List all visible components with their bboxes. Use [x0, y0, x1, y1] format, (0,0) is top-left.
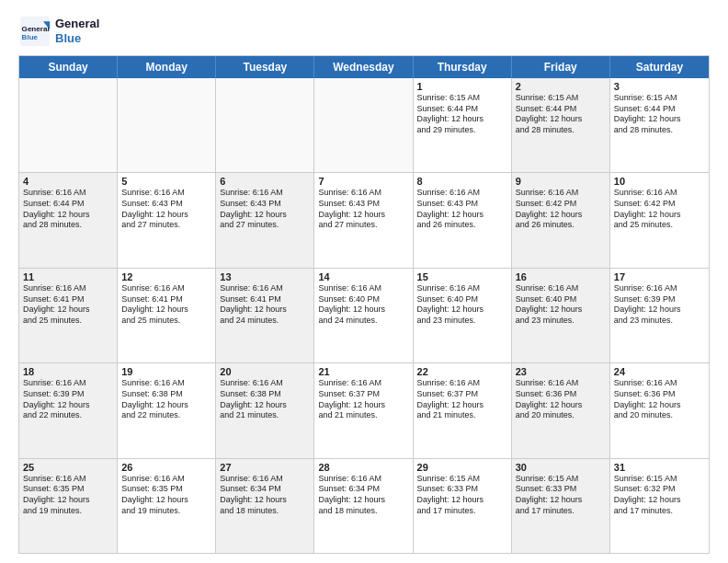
svg-text:General: General [22, 25, 50, 33]
header-day-saturday: Saturday [610, 56, 709, 78]
calendar-header: SundayMondayTuesdayWednesdayThursdayFrid… [19, 56, 709, 78]
day-number: 18 [23, 366, 113, 377]
calendar-row-4: 25Sunrise: 6:16 AM Sunset: 6:35 PM Dayli… [19, 459, 709, 553]
day-info: Sunrise: 6:16 AM Sunset: 6:34 PM Dayligh… [220, 474, 310, 517]
day-info: Sunrise: 6:16 AM Sunset: 6:37 PM Dayligh… [318, 378, 408, 421]
day-cell-29: 29Sunrise: 6:15 AM Sunset: 6:33 PM Dayli… [414, 459, 512, 553]
day-cell-24: 24Sunrise: 6:16 AM Sunset: 6:36 PM Dayli… [610, 363, 709, 457]
day-info: Sunrise: 6:16 AM Sunset: 6:34 PM Dayligh… [318, 474, 408, 517]
logo-icon: General Blue [18, 15, 51, 48]
header-day-wednesday: Wednesday [314, 56, 413, 78]
day-number: 11 [23, 271, 113, 282]
day-number: 16 [516, 271, 606, 282]
logo-text: General Blue [55, 17, 99, 45]
day-number: 12 [121, 271, 211, 282]
day-number: 25 [23, 462, 113, 473]
day-number: 2 [516, 81, 606, 92]
day-cell-5: 5Sunrise: 6:16 AM Sunset: 6:43 PM Daylig… [118, 173, 216, 267]
day-cell-21: 21Sunrise: 6:16 AM Sunset: 6:37 PM Dayli… [314, 363, 413, 457]
day-number: 30 [516, 462, 606, 473]
day-cell-23: 23Sunrise: 6:16 AM Sunset: 6:36 PM Dayli… [512, 363, 610, 457]
day-cell-8: 8Sunrise: 6:16 AM Sunset: 6:43 PM Daylig… [414, 173, 512, 267]
day-info: Sunrise: 6:16 AM Sunset: 6:38 PM Dayligh… [121, 378, 211, 421]
day-cell-11: 11Sunrise: 6:16 AM Sunset: 6:41 PM Dayli… [19, 269, 118, 362]
day-cell-15: 15Sunrise: 6:16 AM Sunset: 6:40 PM Dayli… [414, 269, 512, 362]
day-info: Sunrise: 6:16 AM Sunset: 6:36 PM Dayligh… [516, 378, 606, 421]
day-info: Sunrise: 6:16 AM Sunset: 6:35 PM Dayligh… [23, 474, 113, 517]
day-cell-16: 16Sunrise: 6:16 AM Sunset: 6:40 PM Dayli… [512, 269, 610, 362]
day-number: 3 [614, 81, 705, 92]
day-number: 26 [121, 462, 211, 473]
day-number: 24 [614, 366, 705, 377]
day-number: 15 [417, 271, 507, 282]
calendar-row-0: 1Sunrise: 6:15 AM Sunset: 6:44 PM Daylig… [19, 78, 709, 173]
day-number: 10 [614, 176, 705, 187]
day-info: Sunrise: 6:16 AM Sunset: 6:35 PM Dayligh… [121, 474, 211, 517]
day-number: 20 [220, 366, 310, 377]
calendar-row-1: 4Sunrise: 6:16 AM Sunset: 6:44 PM Daylig… [19, 173, 709, 268]
day-cell-14: 14Sunrise: 6:16 AM Sunset: 6:40 PM Dayli… [314, 269, 413, 362]
day-number: 17 [614, 271, 705, 282]
day-number: 14 [318, 271, 408, 282]
day-cell-3: 3Sunrise: 6:15 AM Sunset: 6:44 PM Daylig… [610, 78, 709, 172]
day-cell-2: 2Sunrise: 6:15 AM Sunset: 6:44 PM Daylig… [512, 78, 610, 172]
day-info: Sunrise: 6:16 AM Sunset: 6:41 PM Dayligh… [121, 283, 211, 327]
day-number: 31 [614, 462, 705, 473]
day-info: Sunrise: 6:16 AM Sunset: 6:40 PM Dayligh… [516, 283, 606, 327]
empty-cell [216, 78, 314, 172]
day-info: Sunrise: 6:16 AM Sunset: 6:43 PM Dayligh… [121, 188, 211, 231]
day-info: Sunrise: 6:15 AM Sunset: 6:32 PM Dayligh… [614, 474, 705, 517]
day-info: Sunrise: 6:15 AM Sunset: 6:44 PM Dayligh… [614, 93, 705, 136]
day-number: 1 [417, 81, 507, 92]
day-cell-18: 18Sunrise: 6:16 AM Sunset: 6:39 PM Dayli… [19, 363, 118, 457]
day-cell-28: 28Sunrise: 6:16 AM Sunset: 6:34 PM Dayli… [314, 459, 413, 553]
day-cell-27: 27Sunrise: 6:16 AM Sunset: 6:34 PM Dayli… [216, 459, 314, 553]
day-cell-7: 7Sunrise: 6:16 AM Sunset: 6:43 PM Daylig… [314, 173, 413, 267]
day-info: Sunrise: 6:16 AM Sunset: 6:41 PM Dayligh… [23, 283, 113, 327]
header-day-thursday: Thursday [414, 56, 512, 78]
day-cell-19: 19Sunrise: 6:16 AM Sunset: 6:38 PM Dayli… [118, 363, 216, 457]
day-cell-9: 9Sunrise: 6:16 AM Sunset: 6:42 PM Daylig… [512, 173, 610, 267]
day-cell-10: 10Sunrise: 6:16 AM Sunset: 6:42 PM Dayli… [610, 173, 709, 267]
day-info: Sunrise: 6:15 AM Sunset: 6:44 PM Dayligh… [516, 93, 606, 136]
day-number: 23 [516, 366, 606, 377]
day-number: 28 [318, 462, 408, 473]
day-info: Sunrise: 6:16 AM Sunset: 6:40 PM Dayligh… [417, 283, 507, 327]
day-number: 22 [417, 366, 507, 377]
day-info: Sunrise: 6:16 AM Sunset: 6:43 PM Dayligh… [417, 188, 507, 231]
calendar: SundayMondayTuesdayWednesdayThursdayFrid… [18, 55, 710, 554]
header-day-monday: Monday [118, 56, 216, 78]
day-number: 29 [417, 462, 507, 473]
day-cell-25: 25Sunrise: 6:16 AM Sunset: 6:35 PM Dayli… [19, 459, 118, 553]
day-number: 5 [121, 176, 211, 187]
day-info: Sunrise: 6:16 AM Sunset: 6:41 PM Dayligh… [220, 283, 310, 327]
page: General Blue General Blue SundayMondayTu… [0, 0, 728, 563]
day-cell-31: 31Sunrise: 6:15 AM Sunset: 6:32 PM Dayli… [610, 459, 709, 553]
header-day-friday: Friday [512, 56, 610, 78]
calendar-row-2: 11Sunrise: 6:16 AM Sunset: 6:41 PM Dayli… [19, 269, 709, 363]
day-info: Sunrise: 6:16 AM Sunset: 6:42 PM Dayligh… [614, 188, 705, 231]
day-number: 13 [220, 271, 310, 282]
day-number: 7 [318, 176, 408, 187]
day-cell-6: 6Sunrise: 6:16 AM Sunset: 6:43 PM Daylig… [216, 173, 314, 267]
day-info: Sunrise: 6:16 AM Sunset: 6:44 PM Dayligh… [23, 188, 113, 231]
day-number: 27 [220, 462, 310, 473]
day-number: 21 [318, 366, 408, 377]
header-day-sunday: Sunday [19, 56, 118, 78]
day-info: Sunrise: 6:15 AM Sunset: 6:33 PM Dayligh… [516, 474, 606, 517]
day-info: Sunrise: 6:16 AM Sunset: 6:36 PM Dayligh… [614, 378, 705, 421]
day-info: Sunrise: 6:15 AM Sunset: 6:44 PM Dayligh… [417, 93, 507, 136]
day-info: Sunrise: 6:16 AM Sunset: 6:40 PM Dayligh… [318, 283, 408, 327]
day-info: Sunrise: 6:16 AM Sunset: 6:43 PM Dayligh… [220, 188, 310, 231]
calendar-row-3: 18Sunrise: 6:16 AM Sunset: 6:39 PM Dayli… [19, 363, 709, 458]
empty-cell [314, 78, 413, 172]
day-info: Sunrise: 6:15 AM Sunset: 6:33 PM Dayligh… [417, 474, 507, 517]
day-cell-4: 4Sunrise: 6:16 AM Sunset: 6:44 PM Daylig… [19, 173, 118, 267]
day-number: 6 [220, 176, 310, 187]
header: General Blue General Blue [18, 15, 710, 48]
day-info: Sunrise: 6:16 AM Sunset: 6:38 PM Dayligh… [220, 378, 310, 421]
day-cell-17: 17Sunrise: 6:16 AM Sunset: 6:39 PM Dayli… [610, 269, 709, 362]
day-info: Sunrise: 6:16 AM Sunset: 6:37 PM Dayligh… [417, 378, 507, 421]
day-number: 9 [516, 176, 606, 187]
day-cell-13: 13Sunrise: 6:16 AM Sunset: 6:41 PM Dayli… [216, 269, 314, 362]
